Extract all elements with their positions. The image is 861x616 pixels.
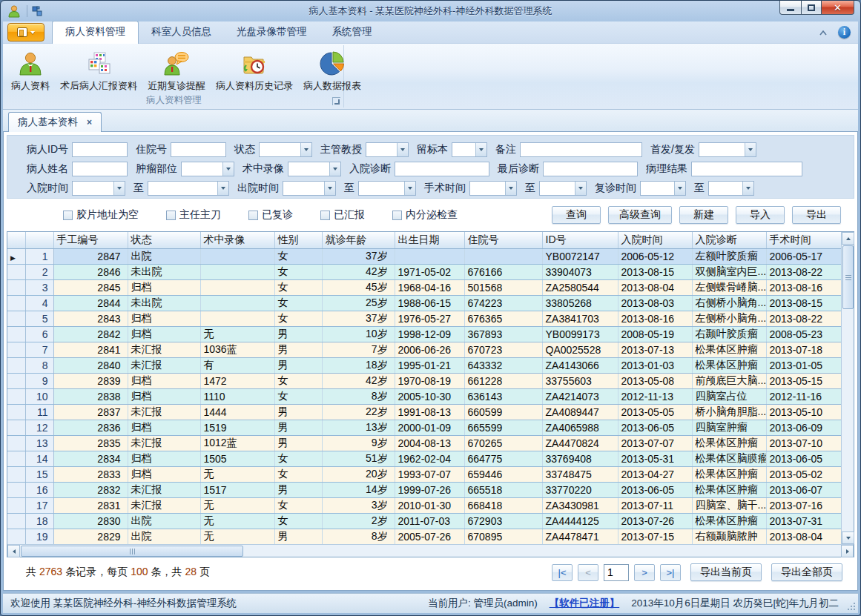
tab-close-icon[interactable]: × bbox=[87, 117, 92, 127]
app-menu-button[interactable] bbox=[7, 23, 44, 42]
horizontal-scrollbar[interactable] bbox=[7, 544, 854, 557]
admission-no-input[interactable] bbox=[171, 142, 226, 157]
pathology-result-input[interactable] bbox=[691, 162, 802, 176]
info-icon[interactable]: i bbox=[838, 26, 851, 39]
prev-page-button[interactable]: < bbox=[578, 564, 598, 581]
next-page-button[interactable]: > bbox=[634, 564, 655, 581]
table-row[interactable]: 82840未汇报有男18岁1995-01-21643332ZA414306620… bbox=[7, 357, 842, 373]
table-row[interactable]: 162832未汇报1517男14岁1999-07-266655183377022… bbox=[7, 482, 842, 497]
table-row[interactable]: 182830出院无女2岁2011-07-03672903ZA4444125201… bbox=[7, 513, 842, 529]
specimen-select[interactable] bbox=[452, 142, 487, 157]
table-row[interactable]: 142834归档1505女51岁1962-02-0466477533769408… bbox=[7, 451, 842, 466]
dropdown-arrow-icon[interactable] bbox=[475, 143, 486, 156]
dropdown-arrow-icon[interactable] bbox=[329, 162, 340, 176]
admission-date-from-select[interactable] bbox=[72, 181, 125, 196]
column-header[interactable]: 住院号 bbox=[464, 232, 542, 248]
dropdown-arrow-icon[interactable] bbox=[222, 162, 234, 176]
column-header[interactable]: 入院时间 bbox=[618, 232, 692, 248]
column-header[interactable]: ID号 bbox=[542, 232, 618, 248]
table-row[interactable]: 32845归档女45岁1968-04-16501568ZA25805442013… bbox=[7, 279, 842, 295]
professor-select[interactable] bbox=[366, 142, 409, 157]
resize-grip[interactable] bbox=[847, 602, 856, 611]
patient-name-input[interactable] bbox=[72, 162, 128, 176]
maximize-button[interactable] bbox=[801, 1, 822, 15]
dropdown-arrow-icon[interactable] bbox=[300, 143, 311, 156]
first-page-button[interactable]: |< bbox=[552, 564, 573, 581]
status-select[interactable] bbox=[259, 142, 312, 157]
checkbox-icon[interactable] bbox=[392, 211, 402, 220]
last-page-button[interactable]: >| bbox=[660, 564, 681, 581]
column-header[interactable]: 手工编号 bbox=[53, 232, 128, 248]
table-row[interactable]: 122836归档1519男13岁2000-01-09665599ZA406598… bbox=[7, 420, 842, 435]
quick-access-icon[interactable] bbox=[32, 6, 42, 16]
checkbox-icon[interactable] bbox=[248, 211, 258, 220]
export-button[interactable]: 导出 bbox=[792, 206, 841, 224]
minimize-button[interactable] bbox=[779, 1, 802, 15]
checkbox-icon[interactable] bbox=[320, 211, 330, 220]
tab-patient-basic-info[interactable]: 病人基本资料 × bbox=[8, 112, 102, 132]
query-button[interactable]: 查询 bbox=[552, 206, 601, 224]
filter-checkbox-2[interactable]: 已复诊 bbox=[248, 208, 293, 222]
surgery-video-select[interactable] bbox=[288, 162, 341, 176]
dropdown-arrow-icon[interactable] bbox=[397, 143, 408, 156]
new-button[interactable]: 新建 bbox=[679, 206, 728, 224]
table-row[interactable]: 192829出院无男8岁2005-07-26670895ZA4478471201… bbox=[7, 529, 842, 544]
followup-date-to-select[interactable] bbox=[708, 181, 754, 196]
page-number-input[interactable] bbox=[604, 564, 629, 581]
patient-id-input[interactable] bbox=[72, 142, 128, 157]
dropdown-arrow-icon[interactable] bbox=[575, 182, 586, 195]
table-row[interactable]: 172831未汇报无女3岁2010-01-30668418ZA343098120… bbox=[7, 497, 842, 513]
dropdown-arrow-icon[interactable] bbox=[505, 182, 516, 195]
ribbon-button-postop-report[interactable]: 术后病人汇报资料 bbox=[55, 47, 142, 95]
dropdown-arrow-icon[interactable] bbox=[217, 182, 228, 195]
horizontal-scroll-thumb[interactable] bbox=[21, 546, 243, 557]
ribbon-button-followup-reminder[interactable]: 近期复诊提醒 bbox=[142, 47, 211, 95]
filter-checkbox-3[interactable]: 已汇报 bbox=[320, 208, 365, 222]
surgery-date-to-select[interactable] bbox=[539, 181, 587, 196]
table-row[interactable]: 132835未汇报1012蓝男9岁2004-08-13670265ZA44708… bbox=[7, 435, 842, 451]
filter-checkbox-1[interactable]: 主任主刀 bbox=[166, 208, 221, 222]
table-row[interactable]: 22846未出院女42岁1971-05-02676166339040732013… bbox=[7, 264, 842, 279]
admission-diagnosis-input[interactable] bbox=[395, 162, 489, 176]
dropdown-arrow-icon[interactable] bbox=[404, 182, 415, 195]
ribbon-button-patient-data[interactable]: 病人资料 bbox=[6, 47, 55, 95]
registration-link[interactable]: 【软件已注册】 bbox=[550, 597, 620, 610]
advanced-query-button[interactable]: 高级查询 bbox=[608, 206, 672, 224]
dropdown-arrow-icon[interactable] bbox=[745, 143, 756, 156]
dropdown-arrow-icon[interactable] bbox=[742, 182, 753, 195]
first-recurrence-select[interactable] bbox=[699, 142, 756, 157]
export-all-pages-button[interactable]: 导出全部页 bbox=[771, 563, 842, 581]
close-button[interactable]: ✕ bbox=[821, 1, 854, 15]
vertical-scroll-thumb[interactable] bbox=[842, 245, 854, 309]
final-diagnosis-input[interactable] bbox=[543, 162, 638, 176]
ribbon-tab-staff-info[interactable]: 科室人员信息 bbox=[139, 21, 224, 43]
scroll-left-button[interactable] bbox=[7, 545, 20, 557]
discharge-date-from-select[interactable] bbox=[283, 181, 336, 196]
ribbon-tab-system[interactable]: 系统管理 bbox=[320, 21, 385, 43]
table-row[interactable]: ▶12847出院女37岁YB00721472006-05-12左额叶胶质瘤200… bbox=[7, 248, 842, 264]
admission-date-to-select[interactable] bbox=[148, 181, 229, 196]
scroll-up-button[interactable] bbox=[842, 232, 854, 245]
remarks-input[interactable] bbox=[520, 142, 642, 157]
table-row[interactable]: 42844未出院女25岁1988-06-15674223338052682013… bbox=[7, 295, 842, 311]
collapse-ribbon-icon[interactable] bbox=[819, 30, 828, 36]
table-row[interactable]: 152833归档无女20岁1993-07-0765944633748475201… bbox=[7, 466, 842, 482]
tumor-site-select[interactable] bbox=[181, 162, 234, 176]
export-current-page-button[interactable]: 导出当前页 bbox=[690, 563, 762, 581]
filter-checkbox-0[interactable]: 胶片地址为空 bbox=[63, 208, 139, 222]
column-header[interactable]: 就诊年龄 bbox=[322, 232, 395, 248]
column-header[interactable]: 性别 bbox=[274, 232, 322, 248]
discharge-date-to-select[interactable] bbox=[358, 181, 416, 196]
column-header[interactable]: 状态 bbox=[128, 232, 200, 248]
filter-checkbox-4[interactable]: 内分泌检查 bbox=[392, 208, 458, 222]
dropdown-arrow-icon[interactable] bbox=[113, 182, 125, 195]
table-row[interactable]: 112837未汇报1444男22岁1991-08-13660599ZA40894… bbox=[7, 404, 842, 420]
column-header[interactable]: 入院诊断 bbox=[692, 232, 766, 248]
surgery-date-from-select[interactable] bbox=[469, 181, 517, 196]
table-row[interactable]: 92839归档1472女42岁1970-08-19661228337556032… bbox=[7, 373, 842, 388]
dropdown-arrow-icon[interactable] bbox=[324, 182, 335, 195]
ribbon-button-history-record[interactable]: 病人资料历史记录 bbox=[211, 47, 298, 95]
column-header[interactable]: 手术时间 bbox=[766, 232, 842, 248]
vertical-scrollbar[interactable] bbox=[841, 232, 854, 544]
checkbox-icon[interactable] bbox=[166, 211, 176, 220]
